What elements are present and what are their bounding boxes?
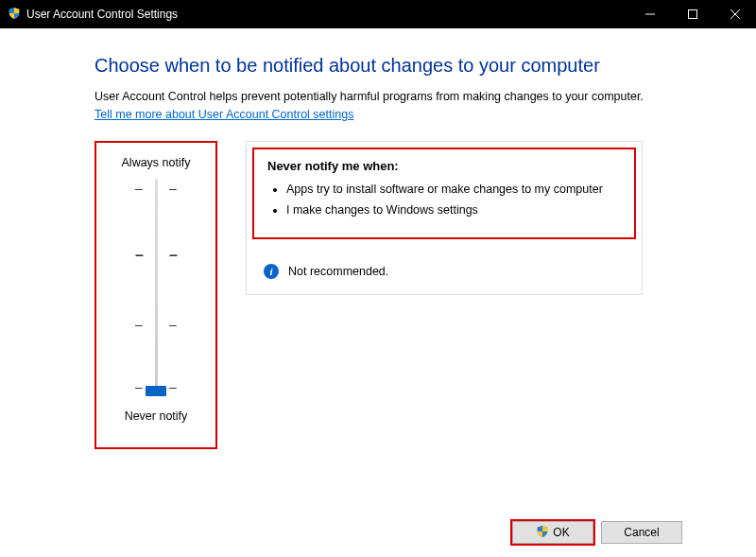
content-area: Choose when to be notified about changes… [0, 28, 756, 449]
ok-button[interactable]: OK [512, 521, 593, 544]
shield-icon [8, 7, 21, 23]
info-icon: i [264, 264, 279, 279]
info-highlight: Never notify me when: Apps try to instal… [252, 148, 636, 239]
slider-bottom-label: Never notify [96, 409, 215, 423]
footer-buttons: OK Cancel [512, 521, 682, 544]
recommendation-text: Not recommended. [288, 265, 388, 278]
cancel-button[interactable]: Cancel [601, 521, 682, 544]
close-button[interactable] [713, 0, 756, 28]
window-title: User Account Control Settings [26, 8, 628, 21]
slider-panel: Always notify –– –– –– –– Never notify [94, 141, 217, 449]
titlebar: User Account Control Settings [0, 0, 756, 28]
info-panel: Never notify me when: Apps try to instal… [246, 141, 643, 295]
maximize-button[interactable] [671, 0, 713, 28]
uac-slider[interactable]: –– –– –– –– [96, 179, 215, 396]
recommendation-row: i Not recommended. [247, 245, 642, 294]
intro-text: User Account Control helps prevent poten… [94, 90, 756, 103]
help-link[interactable]: Tell me more about User Account Control … [94, 108, 353, 121]
info-bullet: Apps try to install software or make cha… [286, 183, 621, 196]
minimize-button[interactable] [628, 0, 671, 28]
info-bullet: I make changes to Windows settings [286, 203, 621, 217]
slider-top-label: Always notify [96, 156, 215, 169]
svg-rect-1 [688, 10, 696, 19]
info-title: Never notify me when: [267, 159, 621, 173]
slider-thumb[interactable] [146, 386, 166, 396]
page-heading: Choose when to be notified about changes… [94, 55, 756, 77]
shield-icon [536, 525, 549, 541]
